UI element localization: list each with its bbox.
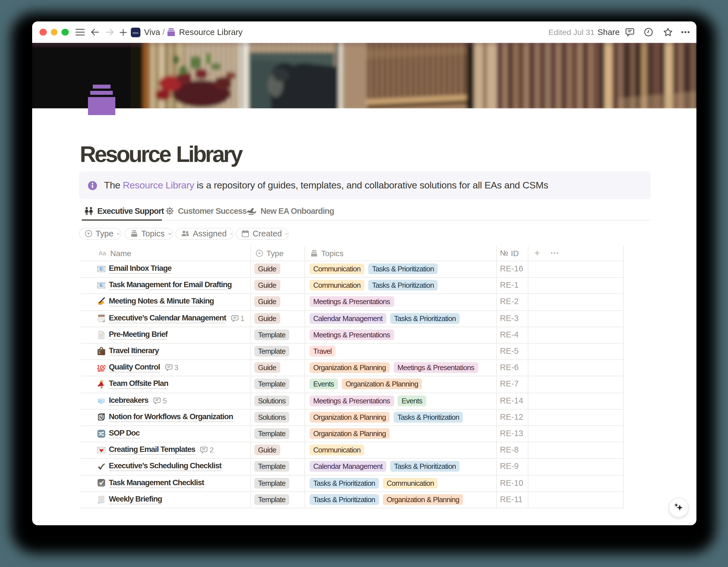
svg-text:VIVA: VIVA bbox=[133, 31, 139, 34]
svg-text:Aa: Aa bbox=[98, 250, 106, 257]
svg-text:E: E bbox=[100, 282, 103, 288]
svg-text:N: N bbox=[99, 415, 102, 420]
svg-text:100: 100 bbox=[97, 364, 105, 370]
svg-text:E: E bbox=[100, 266, 103, 271]
